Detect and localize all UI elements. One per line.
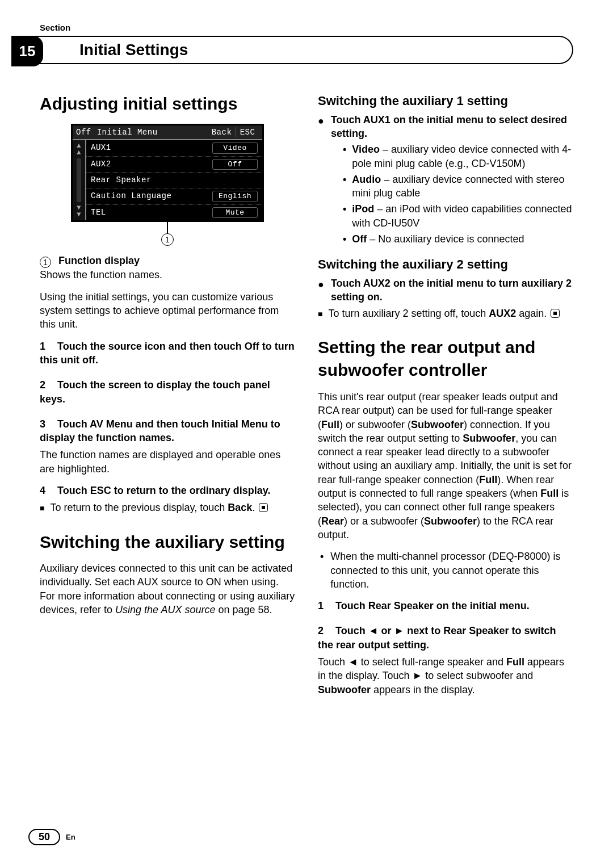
option-desc: – No auxiliary device is connected — [367, 233, 524, 245]
initial-menu-screenshot: Off Initial Menu Back ESC ▲▲ ▼▼ AUX1 Vid… — [71, 124, 264, 223]
function-display-title: Function display — [58, 255, 140, 266]
note-bullet-icon: ■ — [318, 309, 322, 320]
filled-circle-icon: ● — [318, 278, 324, 304]
heading-auxiliary-2-setting: Switching the auxiliary 2 setting — [318, 256, 573, 273]
step-text: Touch AV Menu and then touch Initial Men… — [40, 418, 280, 443]
function-display-desc: Shows the function names. — [40, 269, 162, 280]
screenshot-row-tel: TEL Mute — [86, 205, 262, 221]
bold-rear: Rear — [321, 515, 344, 527]
step-number: 1 — [318, 600, 324, 611]
aux1-option-ipod: • iPod – an iPod with video capabilities… — [318, 202, 573, 230]
section-number: 15 — [11, 36, 43, 66]
intro-paragraph: Using the initial settings, you can cust… — [40, 290, 295, 332]
bold-subwoofer: Subwoofer — [318, 684, 371, 695]
rear-step-2-continuation: Touch ◄ to select full-range speaker and… — [318, 655, 573, 697]
aux1-option-video: • Video – auxiliary video device connect… — [318, 142, 573, 170]
scroll-up-icon: ▲▲ — [77, 142, 81, 156]
aux1-option-off: • Off – No auxiliary device is connected — [318, 232, 573, 246]
note-period: . — [252, 502, 255, 513]
heading-adjusting-initial-settings: Adjusting initial settings — [40, 93, 295, 116]
step-2: 2 Touch the screen to display the touch … — [40, 378, 295, 406]
heading-rear-output-subwoofer: Setting the rear output and subwoofer co… — [318, 336, 573, 382]
bullet-icon: • — [343, 142, 346, 170]
aux2-note: ■ To turn auxiliary 2 setting off, touch… — [318, 307, 573, 320]
bullet-icon: • — [343, 232, 346, 246]
row-label: AUX1 — [91, 142, 212, 154]
row-label: AUX2 — [91, 159, 212, 170]
row-value: Off — [212, 159, 258, 170]
row-label: TEL — [91, 207, 212, 219]
step-text: Touch ESC to return to the ordinary disp… — [57, 485, 270, 496]
note-back-label: Back — [228, 502, 252, 513]
bullet-icon: • — [343, 173, 346, 200]
step-number: 2 — [40, 379, 45, 391]
note-aux2-label: AUX2 — [489, 308, 516, 319]
note-back: ■ To return to the previous display, tou… — [40, 501, 295, 514]
bold-subwoofer: Subwoofer — [424, 515, 477, 527]
step-number: 2 — [318, 625, 324, 636]
row-value: Video — [212, 142, 258, 154]
text: on page 58. — [219, 604, 272, 615]
screenshot-scrollbar: ▲▲ ▼▼ — [73, 140, 86, 220]
step-number: 4 — [40, 485, 45, 496]
rear-note-text: When the multi-channel processor (DEQ-P8… — [330, 550, 573, 591]
step-text: Touch the screen to display the touch pa… — [40, 379, 270, 404]
page-language: En — [66, 833, 75, 841]
aux1-option-audio: • Audio – auxiliary device connected wit… — [318, 173, 573, 200]
bold-full: Full — [506, 656, 524, 668]
left-column: Adjusting initial settings Off Initial M… — [40, 93, 295, 705]
rear-note-bullet: • When the multi-channel processor (DEQ-… — [318, 550, 573, 591]
page-footer: 50 En — [28, 829, 75, 845]
note-text: To return to the previous display, touch — [50, 502, 228, 513]
note-text: again. — [519, 308, 547, 319]
step-text: Touch the source icon and then touch Off… — [40, 341, 295, 366]
option-desc: – auxiliary device connected with stereo… — [352, 174, 564, 199]
rear-output-paragraph: This unit's rear output (rear speaker le… — [318, 390, 573, 542]
bullet-icon: • — [320, 550, 324, 591]
note-text: To turn auxiliary 2 setting off, touch — [328, 308, 489, 319]
screenshot-row-caution-language: Caution Language English — [86, 188, 262, 205]
row-label: Rear Speaker — [91, 175, 258, 186]
screenshot-off-label: Off — [76, 127, 91, 138]
row-label: Caution Language — [91, 191, 212, 202]
step-text: Touch ◄ or ► next to Rear Speaker to swi… — [318, 625, 556, 650]
text: appears in the display. — [371, 684, 475, 695]
step-number: 1 — [40, 341, 45, 352]
step-number: 3 — [40, 418, 45, 430]
heading-auxiliary-1-setting: Switching the auxiliary 1 setting — [318, 93, 573, 110]
italic-reference: Using the AUX source — [115, 604, 215, 615]
step-3: 3 Touch AV Menu and then touch Initial M… — [40, 417, 295, 445]
step-1: 1 Touch the source icon and then touch O… — [40, 339, 295, 367]
option-desc: – an iPod with video capabilities connec… — [352, 203, 572, 228]
aux2-lead-instruction: ● Touch AUX2 on the initial menu to turn… — [318, 276, 573, 304]
rear-step-2: 2 Touch ◄ or ► next to Rear Speaker to s… — [318, 624, 573, 652]
page-number: 50 — [28, 829, 60, 845]
end-of-section-icon — [259, 503, 268, 512]
bold-full: Full — [479, 474, 497, 485]
option-label: iPod — [352, 203, 374, 215]
rear-step-1: 1 Touch Rear Speaker on the initial menu… — [318, 599, 573, 613]
function-display-callout: 1 Function display Shows the function na… — [40, 254, 295, 282]
figure-callout-1: 1 — [161, 233, 174, 246]
bold-full: Full — [540, 488, 559, 499]
callout-number-1-icon: 1 — [40, 257, 51, 268]
step-text: Touch Rear Speaker on the initial menu. — [335, 600, 530, 611]
option-label: Video — [352, 144, 380, 155]
screenshot-row-aux2: AUX2 Off — [86, 157, 262, 173]
option-desc: – auxiliary video device connected with … — [352, 144, 571, 169]
bullet-icon: • — [343, 202, 346, 230]
step-3-continuation: The function names are displayed and ope… — [40, 448, 295, 476]
option-label: Audio — [352, 174, 381, 185]
row-value: English — [212, 191, 258, 202]
chapter-title: Initial Settings — [79, 41, 188, 59]
row-value: Mute — [212, 207, 258, 219]
note-bullet-icon: ■ — [40, 503, 44, 514]
aux2-lead-text: Touch AUX2 on the initial menu to turn a… — [331, 276, 573, 304]
chapter-header: 15 Initial Settings — [11, 36, 573, 64]
screenshot-back-button: Back — [208, 127, 236, 138]
bold-subwoofer: Subwoofer — [411, 419, 464, 430]
filled-circle-icon: ● — [318, 114, 324, 141]
scroll-down-icon: ▼▼ — [77, 204, 81, 218]
aux1-lead-instruction: ● Touch AUX1 on the initial menu to sele… — [318, 113, 573, 141]
option-label: Off — [352, 233, 367, 245]
